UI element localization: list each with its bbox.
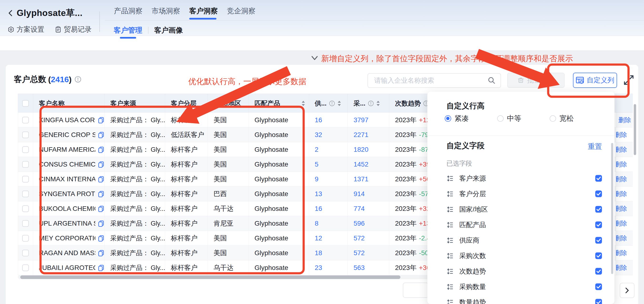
field-checkbox[interactable] [595,175,602,182]
drag-handle-icon[interactable] [446,190,453,197]
drag-handle-icon[interactable] [446,252,453,259]
delete-link-cell[interactable]: 删除 [616,216,633,231]
col-customer-tier[interactable]: 客户分层 [165,94,208,113]
delete-link[interactable]: 删除 [616,130,627,139]
suppliers-count[interactable]: 16 [315,116,322,124]
delete-link[interactable]: 删除 [616,264,627,272]
copy-icon[interactable] [98,190,104,197]
customer-name[interactable]: JUBAILI AGROTEC LI [39,264,95,272]
drag-handle-icon[interactable] [446,299,453,304]
pagination-control-partial[interactable] [403,282,428,298]
delete-link[interactable]: 删除 [616,145,627,154]
customer-name[interactable]: RAGAN AND MASSE [39,249,95,257]
sort-icon[interactable] [338,100,341,106]
suppliers-count[interactable]: 12 [315,234,322,242]
field-item[interactable]: 国家/地区 [446,202,604,217]
copy-icon[interactable] [98,235,104,242]
radio-icon[interactable] [497,115,504,122]
copy-icon[interactable] [98,161,104,168]
search-input[interactable]: 请输入企业名称搜索 [368,73,501,88]
col-customer-source[interactable]: 客户来源 [105,94,165,113]
copy-icon[interactable] [98,132,104,138]
purchase-count[interactable]: 1452 [354,160,368,168]
col-suppliers[interactable]: 供... [309,94,348,113]
custom-columns-button[interactable]: 自定义列 [573,73,617,88]
batch-delete-button[interactable]: 批量删除 [507,73,565,88]
copy-icon[interactable] [98,176,104,182]
row-checkbox[interactable] [22,161,29,168]
drag-handle-icon[interactable] [446,222,453,228]
panel-scrollbar-thumb[interactable] [611,143,613,274]
search-icon[interactable] [488,76,496,84]
row-checkbox[interactable] [22,117,29,124]
customer-name[interactable]: CINMAX INTERNATIO [39,175,95,183]
customer-name[interactable]: UPL ARGENTINA S. [39,220,95,227]
drag-handle-icon[interactable] [446,175,453,182]
field-checkbox[interactable] [595,237,602,244]
row-checkbox[interactable] [22,176,29,182]
purchase-count[interactable]: 563 [354,264,365,272]
col-purchase-count[interactable]: 采... [348,94,389,113]
delete-link[interactable]: 删除 [616,175,627,184]
row-checkbox[interactable] [22,190,29,197]
field-checkbox[interactable] [595,206,602,213]
field-item[interactable]: 客户来源 [446,170,604,186]
field-checkbox[interactable] [595,221,602,228]
sort-icon[interactable] [302,100,305,106]
info-icon[interactable] [74,76,82,83]
delete-link-cell[interactable]: 删除 [616,201,633,216]
delete-link-cell[interactable]: 删除 [616,113,633,128]
tab-customer-insight[interactable]: 客户洞察 [189,6,218,16]
copy-icon[interactable] [98,205,104,212]
tab-competitor-insight[interactable]: 竞企洞察 [227,6,256,16]
delete-link[interactable]: 删除 [616,116,631,124]
purchase-count[interactable]: 572 [354,234,365,242]
row-checkbox[interactable] [22,146,29,153]
horizontal-scrollbar-thumb[interactable] [20,276,400,279]
radio-compact[interactable]: 紧凑 [445,114,497,124]
copy-icon[interactable] [98,264,104,271]
copy-icon[interactable] [98,117,104,124]
col-matched-product[interactable]: 匹配产品 [249,94,309,113]
customer-name[interactable]: MEY CORPORATION [39,234,95,242]
suppliers-count[interactable]: 9 [315,175,319,183]
subtab-customer-profile[interactable]: 客户画像 [154,25,183,35]
delete-link[interactable]: 删除 [616,249,627,257]
field-item[interactable]: 采购次数 [446,248,604,264]
drag-handle-icon[interactable] [446,268,453,275]
col-customer-name[interactable]: 客户名称 [33,94,105,113]
field-item[interactable]: 匹配产品 [446,217,604,232]
row-checkbox[interactable] [22,235,29,242]
radio-medium[interactable]: 中等 [497,114,550,124]
field-checkbox[interactable] [595,252,602,259]
delete-link-cell[interactable]: 删除 [616,128,633,142]
field-item[interactable]: 数量趋势 [446,294,604,304]
row-checkbox[interactable] [22,132,29,138]
delete-link[interactable]: 删除 [616,234,627,242]
copy-icon[interactable] [98,146,104,153]
delete-link-cell[interactable]: 删除 [616,246,633,260]
row-checkbox[interactable] [22,250,29,256]
vertical-scrollbar-thumb[interactable] [634,104,636,155]
collapse-chevron-icon[interactable] [310,55,319,61]
drag-handle-icon[interactable] [446,284,453,290]
customer-name[interactable]: SYNGENTA PROTEC [39,190,95,198]
delete-link-cell[interactable]: 删除 [616,186,633,201]
purchase-count[interactable]: 2271 [354,131,368,139]
reset-link[interactable]: 重置 [588,142,602,152]
suppliers-count[interactable]: 5 [315,160,319,168]
tab-market-insight[interactable]: 市场洞察 [152,6,180,16]
customer-name[interactable]: CONSUS CHEMICAL [39,160,95,168]
field-checkbox[interactable] [595,299,602,304]
customer-name[interactable]: XINGFA USA CORPO [39,116,95,124]
delete-link[interactable]: 删除 [616,204,627,213]
sort-icon[interactable] [376,100,380,106]
delete-link[interactable]: 删除 [616,160,627,169]
radio-icon[interactable] [550,115,556,122]
radio-icon[interactable] [445,115,451,122]
trade-records-link[interactable]: 贸易记录 [55,25,92,34]
field-checkbox[interactable] [595,268,602,275]
select-all-checkbox[interactable] [22,100,29,107]
delete-link-cell[interactable]: 删除 [616,260,633,275]
field-item[interactable]: 采购数量 [446,279,604,294]
